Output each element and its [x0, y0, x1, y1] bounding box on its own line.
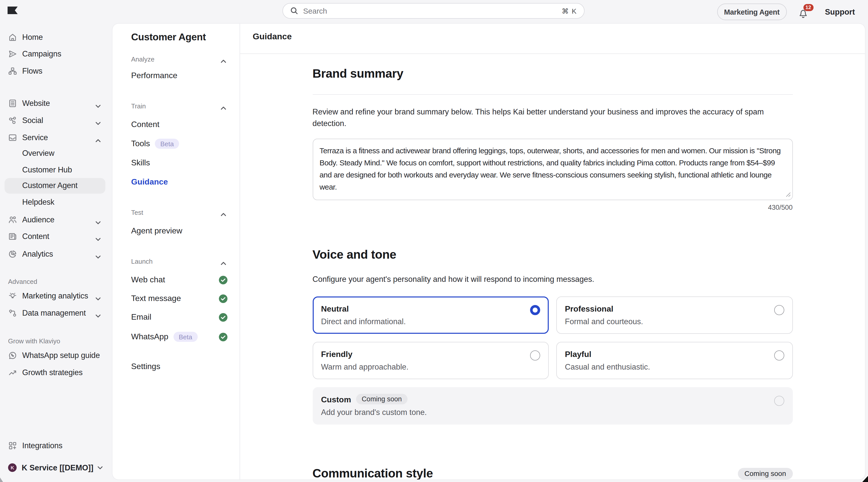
subnav-item-whatsapp[interactable]: WhatsApp Beta: [131, 330, 229, 343]
klaviyo-logo-icon[interactable]: [7, 6, 18, 14]
sidebar-item-audience[interactable]: Audience: [4, 211, 105, 228]
tone-option-custom: CustomComing soon Add your brand's custo…: [312, 387, 793, 424]
subnav-item-web-chat[interactable]: Web chat: [131, 273, 229, 286]
divider: [312, 94, 793, 95]
account-menu[interactable]: K K Service [[DEMO]]: [4, 459, 108, 476]
radio-icon[interactable]: [530, 350, 540, 360]
sidebar-item-data-management[interactable]: Data management: [4, 304, 105, 322]
support-link[interactable]: Support: [825, 7, 855, 17]
radio-disabled-icon: [774, 396, 784, 406]
whatsapp-icon: [8, 351, 17, 360]
flows-icon: [8, 67, 17, 76]
pie-chart-icon: [8, 249, 17, 258]
subnav-section-launch[interactable]: Launch: [131, 255, 229, 268]
sidebar-item-social[interactable]: Social: [4, 112, 105, 129]
check-circle-icon: [219, 276, 227, 286]
subnav-item-skills[interactable]: Skills: [131, 156, 229, 169]
subnav-section-test[interactable]: Test: [131, 206, 229, 219]
chevron-up-icon: [220, 210, 226, 219]
check-circle-icon: [219, 294, 227, 305]
sidebar-item-integrations[interactable]: Integrations: [4, 437, 105, 454]
tone-option-friendly[interactable]: Friendly Warm and approachable.: [312, 342, 549, 379]
inbox-icon: [8, 133, 17, 142]
chevron-up-icon: [220, 259, 226, 268]
subnav-item-content[interactable]: Content: [131, 118, 229, 131]
top-bar: Search ⌘ K Marketing Agent 12 Support: [0, 0, 868, 24]
primary-sidebar: Home Campaigns Flows Website Social Serv…: [0, 24, 113, 482]
coming-soon-badge: Coming soon: [356, 394, 407, 404]
subnav-item-email[interactable]: Email: [131, 311, 229, 324]
nodes-icon: [8, 309, 17, 318]
resize-grip-icon[interactable]: [785, 192, 790, 197]
voice-and-tone-description: Configure your agent's personality and h…: [312, 273, 793, 285]
social-icon: [8, 116, 17, 125]
notification-badge: 12: [803, 4, 813, 11]
tone-option-professional[interactable]: Professional Formal and courteous.: [556, 296, 793, 334]
notifications-button[interactable]: 12: [798, 5, 810, 19]
page-title: Guidance: [253, 32, 292, 41]
beta-badge: Beta: [174, 332, 198, 342]
customer-agent-subnav: Customer Agent Analyze Performance Train…: [113, 24, 240, 480]
klaviyo-app: Search ⌘ K Marketing Agent 12 Support Ho…: [0, 0, 868, 482]
trending-up-icon: [8, 368, 17, 377]
document-icon: [8, 99, 17, 108]
content-panel: Customer Agent Analyze Performance Train…: [113, 24, 865, 480]
sidebar-item-growth-strategies[interactable]: Growth strategies: [4, 364, 105, 381]
integrations-icon: [8, 441, 17, 450]
sidebar-item-customer-hub[interactable]: Customer Hub: [4, 161, 105, 179]
sidebar-item-marketing-analytics[interactable]: Marketing analytics: [4, 287, 105, 304]
subnav-section-analyze[interactable]: Analyze: [131, 53, 229, 66]
lightbulb-icon: [8, 291, 17, 300]
brand-summary-textarea[interactable]: [312, 139, 793, 200]
news-icon: [8, 232, 17, 241]
check-circle-icon: [219, 332, 227, 343]
sidebar-section-grow: Grow with Klaviyo: [8, 337, 60, 345]
paper-plane-icon: [8, 50, 17, 59]
chevron-up-icon: [220, 57, 226, 66]
radio-icon[interactable]: [774, 350, 784, 360]
subnav-item-text-message[interactable]: Text message: [131, 292, 229, 305]
sidebar-item-helpdesk[interactable]: Helpdesk: [4, 194, 105, 211]
sidebar-item-overview[interactable]: Overview: [4, 145, 105, 162]
chevron-down-icon: [95, 101, 101, 110]
coming-soon-pill: Coming soon: [738, 468, 793, 479]
sidebar-item-customer-agent[interactable]: Customer Agent: [4, 178, 105, 193]
subnav-section-train[interactable]: Train: [131, 99, 229, 113]
sidebar-item-flows[interactable]: Flows: [4, 63, 105, 80]
sidebar-item-whatsapp-setup-guide[interactable]: WhatsApp setup guide: [4, 347, 105, 364]
page-header: Guidance: [240, 24, 865, 54]
subnav-item-agent-preview[interactable]: Agent preview: [131, 224, 229, 237]
marketing-agent-button[interactable]: Marketing Agent: [717, 3, 786, 20]
tone-option-playful[interactable]: Playful Casual and enthusiastic.: [556, 342, 793, 379]
sidebar-item-analytics[interactable]: Analytics: [4, 245, 105, 262]
sidebar-item-home[interactable]: Home: [4, 29, 105, 45]
audience-icon: [8, 215, 17, 224]
search-shortcut: ⌘ K: [562, 7, 577, 15]
chevron-down-icon: [97, 465, 103, 470]
sidebar-item-website[interactable]: Website: [4, 95, 105, 112]
sidebar-section-advanced: Advanced: [8, 278, 37, 285]
sidebar-item-content[interactable]: Content: [4, 228, 105, 245]
tone-options: Neutral Direct and informational. Profes…: [312, 296, 793, 424]
brand-summary-heading: Brand summary: [312, 66, 793, 81]
radio-icon[interactable]: [774, 305, 784, 315]
chevron-up-icon: [220, 103, 226, 113]
mouse-cursor: [860, 473, 868, 482]
chevron-down-icon: [95, 311, 101, 320]
cursor-fragment: [0, 478, 3, 482]
sidebar-item-service[interactable]: Service: [4, 129, 105, 146]
tone-option-neutral[interactable]: Neutral Direct and informational.: [312, 296, 549, 334]
sidebar-item-campaigns[interactable]: Campaigns: [4, 45, 105, 63]
subnav-item-settings[interactable]: Settings: [131, 360, 229, 373]
communication-style-heading: Communication style: [312, 466, 433, 480]
subnav-item-guidance[interactable]: Guidance: [131, 175, 229, 189]
radio-selected-icon[interactable]: [530, 305, 540, 315]
brand-summary-description: Review and refine your brand summary bel…: [312, 106, 793, 129]
subnav-item-performance[interactable]: Performance: [131, 69, 229, 82]
chevron-down-icon: [95, 252, 101, 261]
chevron-down-icon: [95, 294, 101, 303]
char-counter: 430/500: [312, 204, 793, 211]
search-icon: [290, 6, 299, 15]
search-input[interactable]: Search ⌘ K: [282, 3, 585, 19]
subnav-item-tools[interactable]: Tools Beta: [131, 137, 229, 150]
